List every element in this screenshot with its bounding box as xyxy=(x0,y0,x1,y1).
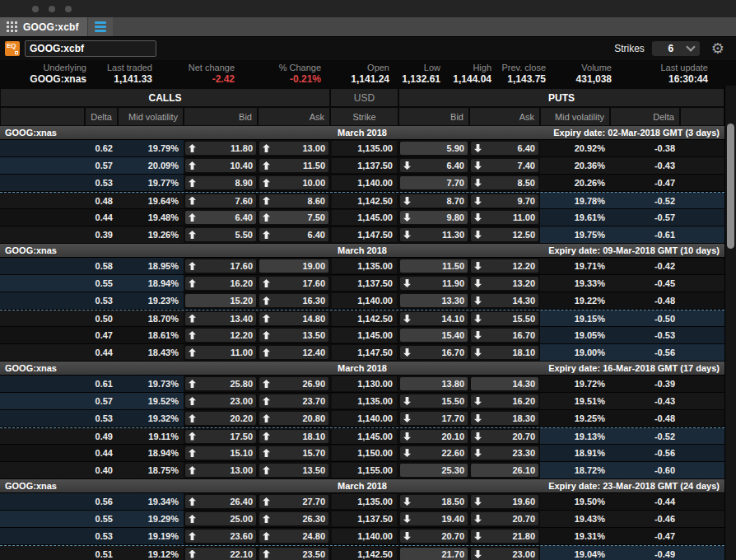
call-bid-cell[interactable]: 20.20 xyxy=(185,412,256,425)
put-bid-cell[interactable]: 15.50 xyxy=(400,394,468,408)
call-bid-cell[interactable]: 13.40 xyxy=(185,312,256,325)
strike-cell[interactable]: 1,135.00 xyxy=(332,141,397,156)
strike-cell[interactable]: 1,140.00 xyxy=(332,293,397,308)
put-bid-cell[interactable]: 18.50 xyxy=(400,495,468,508)
put-ask-cell[interactable]: 9.70 xyxy=(471,194,538,208)
put-bid-cell[interactable]: 7.70 xyxy=(400,176,468,189)
call-bid-cell[interactable]: 6.40 xyxy=(185,211,256,224)
put-bid-cell[interactable]: 5.90 xyxy=(400,142,468,155)
strikes-dropdown[interactable]: 6 xyxy=(652,41,700,56)
call-ask-cell[interactable]: 19.00 xyxy=(259,259,328,273)
call-bid-cell[interactable]: 25.00 xyxy=(185,512,256,525)
put-bid-cell[interactable]: 15.40 xyxy=(400,329,468,342)
strike-cell[interactable]: 1,135.00 xyxy=(332,494,397,509)
put-ask-cell[interactable]: 21.80 xyxy=(471,530,538,543)
strike-cell[interactable]: 1,142.50 xyxy=(332,194,397,208)
strike-cell[interactable]: 1,145.00 xyxy=(332,328,397,343)
strike-cell[interactable]: 1,147.50 xyxy=(332,345,397,360)
strike-cell[interactable]: 1,137.50 xyxy=(332,276,397,291)
traffic-light-icon[interactable] xyxy=(32,6,39,12)
strike-cell[interactable]: 1,130.00 xyxy=(332,376,397,391)
call-ask-cell[interactable]: 8.60 xyxy=(259,194,328,208)
call-ask-cell[interactable]: 14.80 xyxy=(259,312,328,325)
put-ask-cell[interactable]: 15.50 xyxy=(471,312,538,325)
put-ask-cell[interactable]: 20.70 xyxy=(471,430,538,443)
put-bid-cell[interactable]: 21.70 xyxy=(400,548,468,560)
call-ask-cell[interactable]: 24.80 xyxy=(259,530,328,543)
strike-cell[interactable]: 1,150.00 xyxy=(332,446,397,460)
put-ask-cell[interactable]: 14.30 xyxy=(471,377,538,390)
call-ask-cell[interactable]: 26.90 xyxy=(259,377,328,390)
strike-cell[interactable]: 1,142.50 xyxy=(332,547,397,560)
put-ask-cell[interactable]: 16.70 xyxy=(471,329,538,342)
call-ask-cell[interactable]: 13.50 xyxy=(259,464,328,477)
call-bid-cell[interactable]: 22.10 xyxy=(185,548,256,560)
put-ask-cell[interactable]: 12.50 xyxy=(471,228,538,241)
settings-gear-icon[interactable] xyxy=(711,41,724,56)
call-ask-cell[interactable]: 7.50 xyxy=(259,211,328,224)
put-bid-cell[interactable]: 11.90 xyxy=(400,277,468,290)
put-ask-cell[interactable]: 23.30 xyxy=(471,446,538,460)
call-bid-cell[interactable]: 13.00 xyxy=(185,464,256,477)
put-ask-cell[interactable]: 16.20 xyxy=(471,394,538,408)
strike-cell[interactable]: 1,155.00 xyxy=(332,463,397,478)
put-bid-cell[interactable]: 19.40 xyxy=(400,512,468,525)
strike-cell[interactable]: 1,140.00 xyxy=(332,529,397,544)
strike-cell[interactable]: 1,147.50 xyxy=(332,227,397,242)
put-ask-cell[interactable]: 23.00 xyxy=(471,548,538,560)
put-bid-cell[interactable]: 11.30 xyxy=(400,228,468,241)
put-ask-cell[interactable]: 20.70 xyxy=(471,512,538,525)
call-bid-cell[interactable]: 7.60 xyxy=(185,194,256,208)
put-ask-cell[interactable]: 12.20 xyxy=(471,259,538,273)
call-ask-cell[interactable]: 16.30 xyxy=(259,294,328,307)
put-bid-cell[interactable]: 17.70 xyxy=(400,412,468,425)
call-ask-cell[interactable]: 10.00 xyxy=(259,176,328,189)
call-ask-cell[interactable]: 11.50 xyxy=(259,159,328,172)
put-ask-cell[interactable]: 13.20 xyxy=(471,277,538,290)
put-bid-cell[interactable]: 13.80 xyxy=(400,377,468,390)
call-bid-cell[interactable]: 15.20 xyxy=(185,294,256,307)
strike-cell[interactable]: 1,140.00 xyxy=(332,411,397,426)
call-ask-cell[interactable]: 23.70 xyxy=(259,394,328,408)
call-ask-cell[interactable]: 13.00 xyxy=(259,142,328,155)
call-ask-cell[interactable]: 23.50 xyxy=(259,548,328,560)
put-ask-cell[interactable]: 8.50 xyxy=(471,176,538,189)
call-bid-cell[interactable]: 25.80 xyxy=(185,377,256,390)
hamburger-menu-icon[interactable] xyxy=(87,17,113,36)
put-bid-cell[interactable]: 11.50 xyxy=(400,259,468,273)
call-bid-cell[interactable]: 10.40 xyxy=(185,159,256,172)
traffic-light-icon[interactable] xyxy=(49,6,55,12)
call-bid-cell[interactable]: 8.90 xyxy=(185,176,256,189)
traffic-light-icon[interactable] xyxy=(65,6,72,12)
strike-cell[interactable]: 1,135.00 xyxy=(332,394,397,408)
strike-cell[interactable]: 1,137.50 xyxy=(332,511,397,526)
put-bid-cell[interactable]: 6.40 xyxy=(400,159,468,172)
call-bid-cell[interactable]: 23.00 xyxy=(185,394,256,408)
call-bid-cell[interactable]: 17.50 xyxy=(185,430,256,443)
put-bid-cell[interactable]: 25.30 xyxy=(400,464,468,477)
call-ask-cell[interactable]: 18.10 xyxy=(259,430,328,443)
put-ask-cell[interactable]: 19.60 xyxy=(471,495,538,508)
put-ask-cell[interactable]: 11.00 xyxy=(471,211,538,224)
call-ask-cell[interactable]: 20.80 xyxy=(259,412,328,425)
call-bid-cell[interactable]: 12.20 xyxy=(185,329,256,342)
call-ask-cell[interactable]: 13.50 xyxy=(259,329,328,342)
scrollbar-track[interactable] xyxy=(724,86,736,560)
call-bid-cell[interactable]: 16.20 xyxy=(185,277,256,290)
call-ask-cell[interactable]: 15.70 xyxy=(259,446,328,460)
call-bid-cell[interactable]: 5.50 xyxy=(185,228,256,241)
strike-cell[interactable]: 1,145.00 xyxy=(332,429,397,444)
call-ask-cell[interactable]: 27.70 xyxy=(259,495,328,508)
put-ask-cell[interactable]: 26.10 xyxy=(471,464,538,477)
call-ask-cell[interactable]: 12.40 xyxy=(259,346,328,359)
call-ask-cell[interactable]: 17.60 xyxy=(259,277,328,290)
put-bid-cell[interactable]: 20.10 xyxy=(400,430,468,443)
scrollbar-thumb[interactable] xyxy=(727,124,734,249)
call-bid-cell[interactable]: 26.40 xyxy=(185,495,256,508)
call-ask-cell[interactable]: 26.30 xyxy=(259,512,328,525)
call-bid-cell[interactable]: 15.10 xyxy=(185,446,256,460)
put-bid-cell[interactable]: 9.80 xyxy=(400,211,468,224)
put-ask-cell[interactable]: 6.40 xyxy=(471,142,538,155)
call-bid-cell[interactable]: 17.60 xyxy=(185,259,256,273)
call-ask-cell[interactable]: 6.40 xyxy=(259,228,328,241)
